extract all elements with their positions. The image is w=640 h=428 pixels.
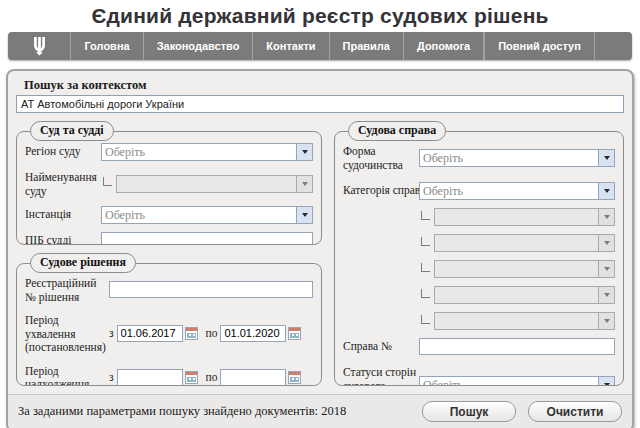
row-court-instance: Інстанція Оберіть	[25, 206, 313, 224]
main-nav: Головна Законодавство Контакти Правила Д…	[8, 32, 632, 60]
subitem-l-icon	[421, 315, 430, 324]
row-court-name: Найменування суду	[25, 169, 313, 198]
nav-tail	[595, 32, 632, 60]
reg-number-label: Реєстраційний № рішення	[25, 275, 109, 304]
dropdown-arrow-icon	[296, 144, 312, 160]
calendar-icon[interactable]	[288, 371, 301, 384]
dropdown-arrow-icon	[598, 235, 614, 251]
nav-item-legislation[interactable]: Законодавство	[144, 32, 253, 60]
context-search-label: Пошук за контекстом	[24, 78, 624, 93]
row-case-subcategory	[343, 234, 615, 252]
case-subcategory-select-2	[434, 234, 615, 252]
dropdown-arrow-icon	[598, 261, 614, 277]
row-adoption-period: Період ухвалення (постановлення) з по	[25, 312, 313, 355]
row-receipt-period: Період надходження з по	[25, 363, 313, 386]
nav-item-home[interactable]: Головна	[71, 32, 142, 60]
party-status-label: Статуси сторін судового процесу	[343, 364, 419, 386]
row-case-subcategory	[343, 286, 615, 304]
court-region-select[interactable]: Оберіть	[101, 143, 313, 161]
case-subcategory-select-5	[434, 312, 615, 330]
row-case-subcategory	[343, 260, 615, 278]
nav-item-full-access[interactable]: Повний доступ	[485, 32, 594, 60]
context-search-input[interactable]	[16, 95, 624, 113]
results-count-text: За заданими параметрами пошуку знайдено …	[18, 404, 410, 419]
date-from-label: з	[109, 371, 114, 383]
adoption-from-input[interactable]	[117, 325, 183, 342]
search-button[interactable]: Пошук	[422, 401, 516, 422]
receipt-period-label: Період надходження	[25, 363, 109, 386]
calendar-icon[interactable]	[185, 327, 198, 340]
judge-name-input[interactable]	[101, 232, 313, 245]
dropdown-arrow-icon	[598, 287, 614, 303]
case-subcategory-select-4	[434, 286, 615, 304]
adoption-to-input[interactable]	[220, 325, 286, 342]
subitem-l-icon	[421, 237, 430, 246]
judge-name-label: ПІБ судді	[25, 232, 101, 245]
fieldset-decision: Судове рішення Реєстраційний № рішення П…	[16, 253, 322, 386]
case-category-select[interactable]: Оберіть	[419, 182, 615, 200]
case-subcategory-select-1	[434, 208, 615, 226]
court-name-select	[116, 175, 313, 193]
dropdown-arrow-icon	[598, 209, 614, 225]
page-title: Єдиний державний реєстр судових рішень	[0, 0, 640, 28]
row-court-region: Регіон суду Оберіть	[25, 143, 313, 161]
case-subcategory-select-3	[434, 260, 615, 278]
nav-item-help[interactable]: Допомога	[404, 32, 483, 60]
date-from-label: з	[109, 327, 114, 339]
dropdown-arrow-icon	[598, 183, 614, 199]
case-number-input[interactable]	[419, 338, 615, 355]
row-party-status: Статуси сторін судового процесу Оберіть	[343, 364, 615, 386]
row-case-subcategory	[343, 312, 615, 330]
nav-item-rules[interactable]: Правила	[330, 32, 403, 60]
row-case-subcategory	[343, 208, 615, 226]
trident-logo-icon[interactable]	[8, 32, 70, 60]
court-instance-label: Інстанція	[25, 206, 101, 224]
row-judge-name: ПІБ судді	[25, 232, 313, 245]
party-status-select[interactable]: Оберіть	[419, 376, 615, 386]
nav-item-contacts[interactable]: Контакти	[253, 32, 328, 60]
receipt-to-input[interactable]	[220, 369, 286, 386]
subitem-l-icon	[103, 177, 112, 186]
date-to-label: по	[206, 327, 218, 339]
proceeding-form-select[interactable]: Оберіть	[419, 149, 615, 167]
results-bar: За заданими параметрами пошуку знайдено …	[8, 394, 632, 428]
fieldset-case: Судова справа Форма судочинства Оберіть …	[334, 121, 624, 386]
fieldset-case-legend: Судова справа	[348, 121, 446, 141]
court-instance-select[interactable]: Оберіть	[101, 206, 313, 224]
dropdown-arrow-icon	[598, 150, 614, 166]
date-to-label: по	[206, 371, 218, 383]
fieldset-court: Суд та судді Регіон суду Оберіть Наймену…	[16, 121, 322, 245]
calendar-icon[interactable]	[185, 371, 198, 384]
fieldset-court-legend: Суд та судді	[30, 121, 114, 141]
dropdown-arrow-icon	[598, 313, 614, 329]
calendar-icon[interactable]	[288, 327, 301, 340]
search-panel: Пошук за контекстом Суд та судді Регіон …	[6, 69, 634, 428]
subitem-l-icon	[421, 211, 430, 220]
row-proceeding-form: Форма судочинства Оберіть	[343, 143, 615, 172]
subitem-l-icon	[421, 263, 430, 272]
court-name-label: Найменування суду	[25, 169, 101, 198]
dropdown-arrow-icon	[598, 377, 614, 386]
receipt-from-input[interactable]	[117, 369, 183, 386]
row-reg-number: Реєстраційний № рішення	[25, 275, 313, 304]
proceeding-form-label: Форма судочинства	[343, 143, 419, 172]
adoption-period-label: Період ухвалення (постановлення)	[25, 312, 109, 355]
case-category-label: Категорія справи	[343, 182, 419, 200]
dropdown-arrow-icon	[296, 207, 312, 223]
reg-number-input[interactable]	[109, 281, 313, 298]
dropdown-arrow-icon	[296, 176, 312, 192]
case-number-label: Справа №	[343, 338, 419, 355]
subitem-l-icon	[421, 289, 430, 298]
row-case-number: Справа №	[343, 338, 615, 355]
fieldset-decision-legend: Судове рішення	[30, 253, 136, 273]
court-region-label: Регіон суду	[25, 143, 101, 161]
clear-button[interactable]: Очистити	[528, 401, 622, 422]
row-case-category: Категорія справи Оберіть	[343, 182, 615, 200]
